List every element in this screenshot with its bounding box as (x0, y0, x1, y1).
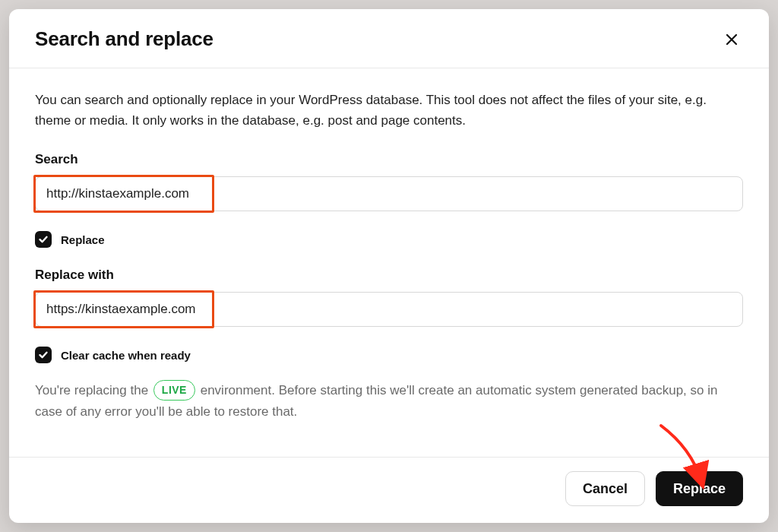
search-field-group: Search (35, 152, 743, 211)
search-label: Search (35, 152, 743, 167)
cancel-button[interactable]: Cancel (565, 471, 645, 506)
search-replace-modal: Search and replace You can search and op… (9, 9, 769, 523)
check-icon (38, 350, 49, 360)
modal-header: Search and replace (9, 9, 769, 68)
modal-title: Search and replace (35, 27, 213, 51)
clear-cache-checkbox-label: Clear cache when ready (61, 349, 191, 362)
replace-with-label: Replace with (35, 268, 743, 283)
replace-checkbox-label: Replace (61, 233, 105, 246)
replace-with-input[interactable] (35, 292, 743, 327)
clear-cache-checkbox-row: Clear cache when ready (35, 347, 743, 363)
note-text-before: You're replacing the (35, 383, 152, 397)
replace-button[interactable]: Replace (656, 471, 743, 506)
clear-cache-checkbox[interactable] (35, 347, 52, 363)
environment-note: You're replacing the LIVE environment. B… (35, 380, 743, 423)
close-icon (725, 33, 738, 46)
search-input[interactable] (35, 176, 743, 211)
replace-checkbox-row: Replace (35, 231, 743, 248)
live-badge: LIVE (153, 380, 195, 401)
replace-with-input-wrap (35, 292, 743, 327)
replace-with-field-group: Replace with (35, 268, 743, 327)
search-input-wrap (35, 176, 743, 211)
intro-text: You can search and optionally replace in… (35, 90, 743, 131)
close-button[interactable] (720, 28, 743, 51)
check-icon (38, 234, 49, 245)
modal-footer: Cancel Replace (9, 457, 769, 523)
modal-body: You can search and optionally replace in… (9, 68, 769, 457)
replace-checkbox[interactable] (35, 231, 52, 248)
